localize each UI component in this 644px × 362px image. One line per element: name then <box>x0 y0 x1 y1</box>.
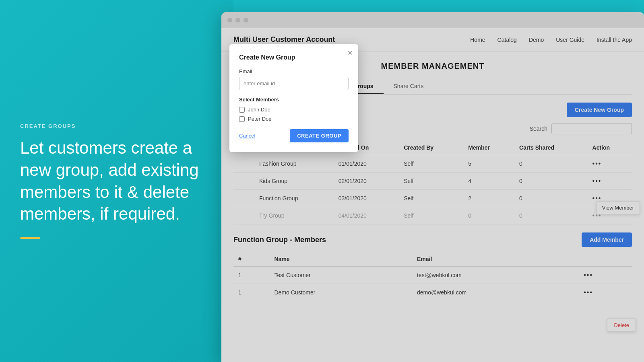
select-members-label: Select Members <box>239 97 349 103</box>
main-heading: Let customers create a new group, add ex… <box>20 137 213 225</box>
peter-doe-checkbox[interactable] <box>239 116 245 122</box>
heading-underline <box>20 237 40 239</box>
modal-title: Create New Group <box>239 54 349 61</box>
left-panel: CREATE GROUPS Let customers create a new… <box>0 0 233 362</box>
checkbox-item-john: John Doe <box>239 107 349 113</box>
email-input[interactable] <box>239 77 349 90</box>
create-group-button[interactable]: CREATE GROUP <box>290 129 349 142</box>
peter-doe-label: Peter Doe <box>248 116 272 122</box>
modal-actions: Cancel CREATE GROUP <box>239 129 349 142</box>
section-label: CREATE GROUPS <box>20 123 213 129</box>
checkbox-item-peter: Peter Doe <box>239 116 349 122</box>
browser-mockup: Multi User Customer Account Home Catalog… <box>221 12 644 362</box>
create-group-modal: Create New Group ✕ Email Select Members … <box>229 44 358 152</box>
browser-content: Multi User Customer Account Home Catalog… <box>221 28 644 362</box>
cancel-button[interactable]: Cancel <box>239 133 255 139</box>
john-doe-label: John Doe <box>248 107 270 113</box>
email-label: Email <box>239 68 349 74</box>
modal-overlay: Create New Group ✕ Email Select Members … <box>221 28 644 362</box>
modal-close-button[interactable]: ✕ <box>347 49 353 57</box>
john-doe-checkbox[interactable] <box>239 107 245 113</box>
